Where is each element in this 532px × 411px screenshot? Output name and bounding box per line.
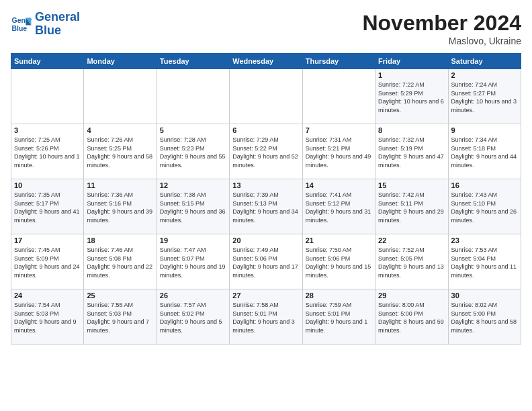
calendar-cell: 27Sunrise: 7:58 AM Sunset: 5:01 PM Dayli…	[230, 289, 302, 345]
day-number: 6	[232, 126, 299, 134]
day-info: Sunrise: 7:28 AM Sunset: 5:23 PM Dayligh…	[160, 136, 226, 169]
day-info: Sunrise: 7:39 AM Sunset: 5:13 PM Dayligh…	[232, 191, 299, 224]
calendar-cell: 13Sunrise: 7:39 AM Sunset: 5:13 PM Dayli…	[230, 179, 302, 234]
day-number: 9	[451, 126, 518, 134]
day-number: 19	[160, 236, 226, 244]
calendar-cell: 8Sunrise: 7:32 AM Sunset: 5:19 PM Daylig…	[375, 124, 448, 179]
calendar-cell: 1Sunrise: 7:22 AM Sunset: 5:29 PM Daylig…	[375, 69, 448, 124]
logo: General Blue General Blue	[11, 11, 80, 38]
calendar-cell: 29Sunrise: 8:00 AM Sunset: 5:00 PM Dayli…	[375, 289, 448, 345]
day-info: Sunrise: 7:45 AM Sunset: 5:09 PM Dayligh…	[14, 246, 81, 279]
week-row-1: 1Sunrise: 7:22 AM Sunset: 5:29 PM Daylig…	[11, 69, 521, 124]
day-info: Sunrise: 7:29 AM Sunset: 5:22 PM Dayligh…	[232, 136, 299, 169]
calendar-cell: 17Sunrise: 7:45 AM Sunset: 5:09 PM Dayli…	[11, 234, 84, 289]
day-number: 15	[378, 181, 445, 189]
calendar-cell	[84, 69, 157, 124]
day-info: Sunrise: 7:34 AM Sunset: 5:18 PM Dayligh…	[451, 136, 518, 169]
day-info: Sunrise: 8:02 AM Sunset: 5:00 PM Dayligh…	[451, 301, 518, 334]
day-info: Sunrise: 7:32 AM Sunset: 5:19 PM Dayligh…	[378, 136, 445, 169]
day-number: 30	[451, 291, 518, 300]
calendar-cell: 9Sunrise: 7:34 AM Sunset: 5:18 PM Daylig…	[448, 124, 521, 179]
day-info: Sunrise: 7:50 AM Sunset: 5:06 PM Dayligh…	[306, 246, 372, 279]
calendar-cell	[230, 69, 302, 124]
day-info: Sunrise: 7:54 AM Sunset: 5:03 PM Dayligh…	[14, 301, 81, 334]
day-number: 14	[306, 181, 372, 189]
header-row: Sunday Monday Tuesday Wednesday Thursday…	[11, 54, 521, 69]
day-number: 17	[14, 236, 81, 244]
day-number: 21	[306, 236, 372, 244]
col-thursday: Thursday	[302, 54, 375, 69]
calendar-cell	[302, 69, 375, 124]
day-number: 26	[160, 291, 226, 300]
day-number: 12	[160, 181, 226, 189]
calendar-cell: 20Sunrise: 7:49 AM Sunset: 5:06 PM Dayli…	[230, 234, 302, 289]
day-number: 3	[14, 126, 81, 134]
day-number: 29	[378, 291, 445, 300]
calendar-cell	[11, 69, 84, 124]
col-saturday: Saturday	[448, 54, 521, 69]
calendar-cell: 10Sunrise: 7:35 AM Sunset: 5:17 PM Dayli…	[11, 179, 84, 234]
day-info: Sunrise: 7:43 AM Sunset: 5:10 PM Dayligh…	[451, 191, 518, 224]
calendar-cell: 14Sunrise: 7:41 AM Sunset: 5:12 PM Dayli…	[302, 179, 375, 234]
calendar-cell: 2Sunrise: 7:24 AM Sunset: 5:27 PM Daylig…	[448, 69, 521, 124]
col-monday: Monday	[84, 54, 157, 69]
day-number: 27	[232, 291, 299, 300]
day-number: 18	[87, 236, 153, 244]
calendar-cell: 11Sunrise: 7:36 AM Sunset: 5:16 PM Dayli…	[84, 179, 157, 234]
calendar-cell: 25Sunrise: 7:55 AM Sunset: 5:03 PM Dayli…	[84, 289, 157, 345]
week-row-4: 17Sunrise: 7:45 AM Sunset: 5:09 PM Dayli…	[11, 234, 521, 289]
col-wednesday: Wednesday	[230, 54, 302, 69]
logo-text-line1: General	[35, 11, 80, 24]
header: General Blue General Blue November 2024 …	[11, 11, 521, 46]
day-number: 13	[232, 181, 299, 189]
calendar-cell: 23Sunrise: 7:53 AM Sunset: 5:04 PM Dayli…	[448, 234, 521, 289]
logo-icon: General Blue	[11, 13, 32, 35]
day-number: 4	[87, 126, 153, 134]
calendar-cell: 24Sunrise: 7:54 AM Sunset: 5:03 PM Dayli…	[11, 289, 84, 345]
day-info: Sunrise: 7:24 AM Sunset: 5:27 PM Dayligh…	[451, 81, 518, 114]
title-block: November 2024 Maslovo, Ukraine	[362, 11, 521, 46]
day-number: 23	[451, 236, 518, 244]
calendar-cell: 15Sunrise: 7:42 AM Sunset: 5:11 PM Dayli…	[375, 179, 448, 234]
day-number: 22	[378, 236, 445, 244]
week-row-5: 24Sunrise: 7:54 AM Sunset: 5:03 PM Dayli…	[11, 289, 521, 345]
day-info: Sunrise: 7:22 AM Sunset: 5:29 PM Dayligh…	[378, 81, 445, 114]
location-subtitle: Maslovo, Ukraine	[362, 36, 521, 46]
calendar-container: General Blue General Blue November 2024 …	[0, 0, 532, 411]
logo-text-line2: Blue	[35, 24, 80, 38]
calendar-cell: 7Sunrise: 7:31 AM Sunset: 5:21 PM Daylig…	[302, 124, 375, 179]
day-number: 11	[87, 181, 153, 189]
day-number: 16	[451, 181, 518, 189]
svg-text:Blue: Blue	[12, 24, 28, 32]
day-info: Sunrise: 7:52 AM Sunset: 5:05 PM Dayligh…	[378, 246, 445, 279]
day-info: Sunrise: 7:31 AM Sunset: 5:21 PM Dayligh…	[306, 136, 372, 169]
week-row-3: 10Sunrise: 7:35 AM Sunset: 5:17 PM Dayli…	[11, 179, 521, 234]
calendar-cell: 5Sunrise: 7:28 AM Sunset: 5:23 PM Daylig…	[157, 124, 229, 179]
day-info: Sunrise: 7:58 AM Sunset: 5:01 PM Dayligh…	[232, 301, 299, 334]
day-number: 5	[160, 126, 226, 134]
week-row-2: 3Sunrise: 7:25 AM Sunset: 5:26 PM Daylig…	[11, 124, 521, 179]
calendar-cell: 3Sunrise: 7:25 AM Sunset: 5:26 PM Daylig…	[11, 124, 84, 179]
col-tuesday: Tuesday	[157, 54, 229, 69]
calendar-cell: 21Sunrise: 7:50 AM Sunset: 5:06 PM Dayli…	[302, 234, 375, 289]
calendar-table: Sunday Monday Tuesday Wednesday Thursday…	[11, 53, 521, 345]
calendar-cell	[157, 69, 229, 124]
day-info: Sunrise: 7:36 AM Sunset: 5:16 PM Dayligh…	[87, 191, 153, 224]
day-number: 8	[378, 126, 445, 134]
day-info: Sunrise: 7:59 AM Sunset: 5:01 PM Dayligh…	[306, 301, 372, 334]
day-info: Sunrise: 7:57 AM Sunset: 5:02 PM Dayligh…	[160, 301, 226, 334]
calendar-cell: 30Sunrise: 8:02 AM Sunset: 5:00 PM Dayli…	[448, 289, 521, 345]
day-number: 28	[306, 291, 372, 300]
calendar-cell: 26Sunrise: 7:57 AM Sunset: 5:02 PM Dayli…	[157, 289, 229, 345]
day-info: Sunrise: 7:53 AM Sunset: 5:04 PM Dayligh…	[451, 246, 518, 279]
day-number: 20	[232, 236, 299, 244]
calendar-cell: 6Sunrise: 7:29 AM Sunset: 5:22 PM Daylig…	[230, 124, 302, 179]
day-number: 7	[306, 126, 372, 134]
day-info: Sunrise: 7:55 AM Sunset: 5:03 PM Dayligh…	[87, 301, 153, 334]
day-info: Sunrise: 7:25 AM Sunset: 5:26 PM Dayligh…	[14, 136, 81, 169]
day-info: Sunrise: 7:42 AM Sunset: 5:11 PM Dayligh…	[378, 191, 445, 224]
day-info: Sunrise: 7:26 AM Sunset: 5:25 PM Dayligh…	[87, 136, 153, 169]
day-number: 24	[14, 291, 81, 300]
day-info: Sunrise: 7:49 AM Sunset: 5:06 PM Dayligh…	[232, 246, 299, 279]
day-info: Sunrise: 7:41 AM Sunset: 5:12 PM Dayligh…	[306, 191, 372, 224]
